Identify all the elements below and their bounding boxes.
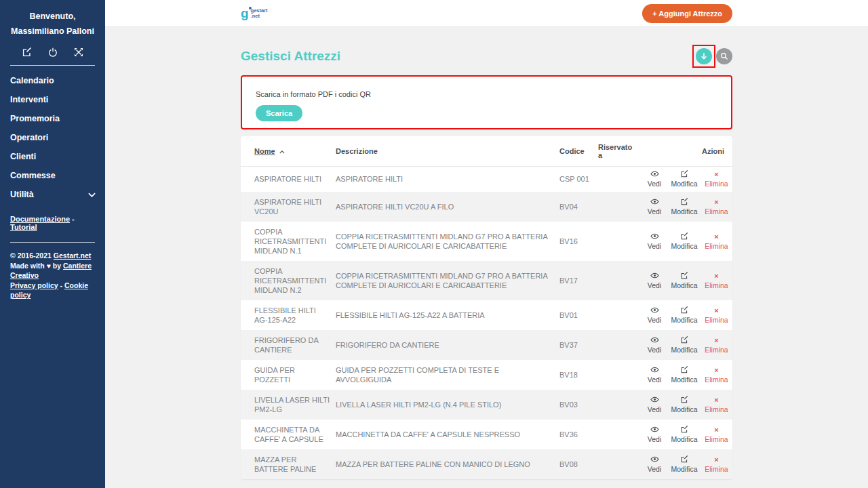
vedi-label: Vedi (642, 375, 667, 384)
elimina-action[interactable]: × Elimina (701, 390, 732, 420)
sort-by-nome-link[interactable]: Nome (254, 147, 275, 155)
elimina-action[interactable]: × Elimina (701, 330, 732, 360)
gestart-link[interactable]: Gestart.net (54, 251, 91, 260)
table-row: MAZZA PER BATTERE PALINE MAZZA PER BATTE… (241, 449, 732, 479)
cell-riservato-a (598, 360, 641, 390)
nav-label: Interventi (10, 95, 48, 104)
search-button[interactable] (716, 48, 732, 64)
vedi-action[interactable]: Vedi (641, 449, 668, 479)
gestart-logo[interactable]: g gestart .net (241, 7, 268, 20)
elimina-label: Elimina (702, 464, 731, 474)
edit-icon (669, 426, 699, 434)
fullscreen-expand-icon[interactable] (74, 47, 83, 57)
policy-separator: - (58, 281, 64, 289)
edit-icon (669, 306, 699, 314)
elimina-action[interactable]: × Elimina (701, 166, 732, 192)
modifica-action[interactable]: Modifica (668, 360, 701, 390)
elimina-action[interactable]: × Elimina (701, 300, 732, 330)
delete-x-icon: × (702, 366, 731, 374)
aggiungi-attrezzo-button[interactable]: + Aggiungi Attrezzo (642, 4, 732, 23)
elimina-action[interactable]: × Elimina (701, 192, 732, 222)
cell-nome: ASPIRATORE HILTI VC20U (241, 192, 336, 222)
elimina-action[interactable]: × Elimina (701, 261, 732, 300)
vedi-action[interactable]: Vedi (641, 261, 668, 300)
tutorial-link[interactable]: Tutorial (10, 223, 37, 231)
vedi-label: Vedi (642, 207, 667, 216)
doc-separator: - (70, 215, 75, 223)
vedi-label: Vedi (642, 281, 667, 290)
vedi-action[interactable]: Vedi (641, 360, 668, 390)
vedi-action[interactable]: Vedi (641, 300, 668, 330)
title-actions (692, 45, 732, 68)
vedi-action[interactable]: Vedi (641, 420, 668, 449)
logo-g-icon: g (241, 7, 249, 20)
vedi-action[interactable]: Vedi (641, 390, 668, 420)
main-content: Gestisci Attrezzi Scarica in formato PDF… (105, 27, 868, 488)
sidebar-nav: Calendario Interventi Promemoria Operato… (0, 71, 105, 204)
cell-nome: GUIDA PER POZZETTI (241, 360, 336, 390)
modifica-label: Modifica (669, 375, 699, 384)
table-row: FRIGORIFERO DA CANTIERE FRIGORIFERO DA C… (241, 330, 732, 360)
vedi-label: Vedi (642, 315, 667, 325)
tools-table-card: Nome Descrizione Codice Riservato a Azio… (241, 136, 732, 479)
edit-icon (669, 198, 699, 206)
cell-descrizione: COPPIA RICETRASMITTENTI MIDLAND G7 PRO A… (336, 222, 559, 261)
delete-x-icon: × (702, 455, 731, 464)
vedi-action[interactable]: Vedi (641, 330, 668, 360)
table-row: FLESSIBILE HILTI AG-125-A22 FLESSIBILE H… (241, 300, 732, 330)
modifica-label: Modifica (669, 241, 699, 251)
vedi-action[interactable]: Vedi (641, 222, 668, 261)
cell-codice: BV16 (559, 222, 598, 261)
sidebar-item-interventi[interactable]: Interventi (0, 90, 105, 109)
privacy-policy-link[interactable]: Privacy policy (10, 281, 58, 289)
download-qr-button[interactable] (696, 48, 712, 64)
sidebar-doc-links: Documentazione - Tutorial (0, 204, 105, 231)
logout-power-icon[interactable] (48, 47, 58, 57)
documentazione-link[interactable]: Documentazione (10, 215, 70, 223)
eye-icon (642, 306, 667, 314)
page-title: Gestisci Attrezzi (241, 49, 340, 64)
cell-nome: MAZZA PER BATTERE PALINE (241, 449, 336, 479)
vedi-label: Vedi (642, 179, 667, 188)
modifica-action[interactable]: Modifica (668, 390, 701, 420)
sidebar-item-clienti[interactable]: Clienti (0, 147, 105, 166)
cell-nome: COPPIA RICETRASMITTENTI MIDLAND N.2 (241, 261, 336, 300)
delete-x-icon: × (702, 426, 731, 434)
elimina-action[interactable]: × Elimina (701, 449, 732, 479)
elimina-action[interactable]: × Elimina (701, 360, 732, 390)
chevron-down-icon (88, 192, 96, 197)
modifica-action[interactable]: Modifica (668, 261, 701, 300)
edit-profile-icon[interactable] (22, 47, 32, 57)
modifica-action[interactable]: Modifica (668, 222, 701, 261)
tools-table: Nome Descrizione Codice Riservato a Azio… (241, 136, 732, 479)
scarica-button[interactable]: Scarica (256, 105, 302, 121)
sidebar-item-utilita[interactable]: Utilità (0, 185, 105, 204)
cell-descrizione: FLESSIBILE HILTI AG-125-A22 A BATTERIA (336, 300, 559, 330)
header-nome: Nome (241, 136, 336, 166)
nav-label: Calendario (10, 76, 54, 85)
sidebar-item-calendario[interactable]: Calendario (0, 71, 105, 90)
title-row: Gestisci Attrezzi (241, 45, 732, 68)
cell-codice: BV17 (559, 261, 598, 300)
cell-nome: COPPIA RICETRASMITTENTI MIDLAND N.1 (241, 222, 336, 261)
sidebar-item-commesse[interactable]: Commesse (0, 166, 105, 185)
sidebar-item-operatori[interactable]: Operatori (0, 128, 105, 147)
search-icon (720, 52, 728, 60)
sidebar-item-promemoria[interactable]: Promemoria (0, 109, 105, 128)
cell-riservato-a (598, 449, 641, 479)
modifica-action[interactable]: Modifica (668, 300, 701, 330)
elimina-action[interactable]: × Elimina (701, 222, 732, 261)
modifica-action[interactable]: Modifica (668, 420, 701, 449)
annotation-box-download-button (692, 45, 715, 68)
vedi-action[interactable]: Vedi (641, 192, 668, 222)
table-row: COPPIA RICETRASMITTENTI MIDLAND N.1 COPP… (241, 222, 732, 261)
elimina-action[interactable]: × Elimina (701, 420, 732, 449)
vedi-action[interactable]: Vedi (641, 166, 668, 192)
modifica-action[interactable]: Modifica (668, 330, 701, 360)
modifica-action[interactable]: Modifica (668, 166, 701, 192)
download-qr-panel: Scarica in formato PDF i codici QR Scari… (241, 75, 732, 129)
modifica-action[interactable]: Modifica (668, 192, 701, 222)
nav-label: Commesse (10, 171, 56, 180)
modifica-action[interactable]: Modifica (668, 449, 701, 479)
sidebar-action-icons (0, 47, 105, 57)
